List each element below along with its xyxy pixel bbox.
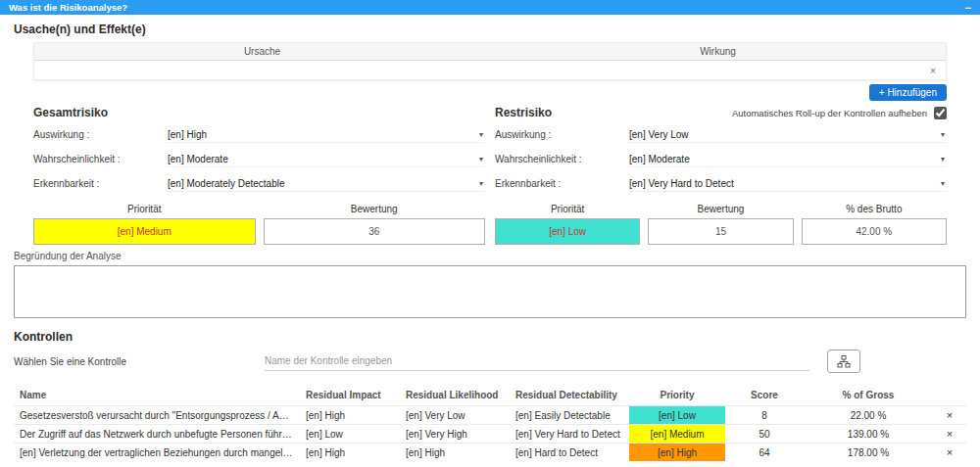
control-priority-badge: [en] Low <box>629 406 725 425</box>
chevron-down-icon: ▾ <box>479 155 483 163</box>
residual-impact-value: [en] Very Low <box>629 129 689 140</box>
remove-control-icon[interactable]: × <box>933 406 966 425</box>
justification-textarea[interactable] <box>14 265 966 318</box>
control-detectability: [en] Easily Detectable <box>510 406 629 425</box>
residual-percent-box: 42.00 % <box>802 218 947 245</box>
table-row: [en] Verletzung der vertraglichen Bezieh… <box>14 444 966 462</box>
control-score: 8 <box>725 406 804 425</box>
col-residual-detectability: Residual Detectability <box>510 385 629 406</box>
col-name: Name <box>14 385 300 406</box>
table-row: Der Zugriff auf das Netzwerk durch unbef… <box>14 425 966 444</box>
control-name: Gesetzesverstoß verursacht durch "Entsor… <box>14 406 300 425</box>
residual-percent-header: % des Brutto <box>802 204 947 214</box>
hierarchy-icon <box>837 355 851 368</box>
residual-likelihood-label: Wahrscheinlichkeit : <box>495 154 627 164</box>
gross-likelihood-value: [en] Moderate <box>168 154 228 164</box>
col-residual-likelihood: Residual Likelihood <box>400 385 510 406</box>
cause-effect-heading: Usache(n) und Effekt(e) <box>14 23 966 36</box>
control-picker-label: Wählen Sie eine Kontrolle <box>14 356 265 367</box>
chevron-down-icon: ▾ <box>479 179 483 188</box>
control-priority-badge: [en] High <box>629 444 725 462</box>
residual-score-header: Bewertung <box>648 204 793 214</box>
control-likelihood: [en] High <box>400 444 510 462</box>
justification-label: Begründung der Analyse <box>14 251 966 261</box>
col-priority: Priority <box>629 385 725 406</box>
remove-control-icon[interactable]: × <box>933 444 966 462</box>
gross-likelihood-select[interactable]: [en] Moderate ▾ <box>166 152 485 167</box>
control-impact: [en] High <box>300 406 400 425</box>
gross-impact-value: [en] High <box>168 129 207 140</box>
gross-impact-select[interactable]: [en] High ▾ <box>166 127 485 143</box>
window-titlebar: Was ist die Risikoanalyse? − <box>0 0 980 15</box>
control-percent: 22.00 % <box>804 406 933 425</box>
control-impact: [en] High <box>300 444 400 462</box>
control-detectability: [en] Very Hard to Detect <box>510 425 629 444</box>
residual-detectability-select[interactable]: [en] Very Hard to Detect ▾ <box>627 176 947 192</box>
gross-likelihood-label: Wahrscheinlichkeit : <box>33 154 166 164</box>
col-actions <box>933 385 966 406</box>
residual-impact-label: Auswirkung : <box>495 129 627 140</box>
chevron-down-icon: ▾ <box>479 130 483 139</box>
cause-effect-header-row: Ursache Wirkung <box>34 43 946 61</box>
col-score: Score <box>725 385 804 406</box>
chevron-down-icon: ▾ <box>941 179 945 188</box>
control-name: [en] Verletzung der vertraglichen Bezieh… <box>14 444 300 462</box>
gross-priority-box: [en] Medium <box>33 218 256 245</box>
residual-priority-header: Priorität <box>495 204 640 214</box>
remove-row-icon[interactable]: × <box>920 65 946 76</box>
residual-likelihood-select[interactable]: [en] Moderate ▾ <box>627 152 947 167</box>
residual-detectability-label: Erkennbarkeit : <box>495 178 627 189</box>
effect-input[interactable] <box>477 61 920 79</box>
chevron-down-icon: ▾ <box>941 155 945 163</box>
control-likelihood: [en] Very Low <box>400 406 510 425</box>
cause-column-header: Ursache <box>34 43 490 60</box>
gross-score-header: Bewertung <box>264 204 486 214</box>
controls-table: Name Residual Impact Residual Likelihood… <box>14 385 966 461</box>
cause-effect-table: Ursache Wirkung × <box>33 42 947 80</box>
gross-detectability-label: Erkennbarkeit : <box>33 178 166 189</box>
residual-detectability-value: [en] Very Hard to Detect <box>629 178 734 189</box>
gross-detectability-value: [en] Moderately Detectable <box>168 178 285 189</box>
residual-risk-panel: Restrisiko Automatisches Roll-up der Kon… <box>495 103 947 245</box>
residual-priority-box: [en] Low <box>495 218 640 245</box>
control-name: Der Zugriff auf das Netzwerk durch unbef… <box>14 425 300 444</box>
residual-impact-select[interactable]: [en] Very Low ▾ <box>627 127 947 143</box>
control-likelihood: [en] Very High <box>400 425 510 444</box>
table-row: Gesetzesverstoß verursacht durch "Entsor… <box>14 406 966 425</box>
control-percent: 139.00 % <box>804 425 933 444</box>
minimize-icon[interactable]: − <box>965 2 971 14</box>
control-detectability: [en] Hard to Detect <box>510 444 629 462</box>
cause-effect-row: × <box>34 61 946 79</box>
control-search-input[interactable] <box>265 351 809 371</box>
control-score: 50 <box>725 425 804 444</box>
effect-column-header: Wirkung <box>490 43 946 60</box>
control-priority-badge: [en] Medium <box>629 425 725 444</box>
add-button[interactable]: + Hinzufügen <box>869 84 947 101</box>
controls-heading: Kontrollen <box>14 330 966 344</box>
control-score: 64 <box>725 444 804 462</box>
gross-risk-panel: Gesamtrisiko Auswirkung : [en] High ▾ Wa… <box>33 103 485 245</box>
hierarchy-button[interactable] <box>827 350 860 373</box>
col-residual-impact: Residual Impact <box>300 385 400 406</box>
rollup-label: Automatisches Roll-up der Kontrollen auf… <box>732 108 927 118</box>
cause-input[interactable] <box>34 61 477 79</box>
residual-risk-title: Restrisiko <box>495 106 552 119</box>
gross-risk-title: Gesamtrisiko <box>33 106 108 119</box>
residual-score-box: 15 <box>648 218 793 245</box>
control-impact: [en] Low <box>300 425 400 444</box>
gross-impact-label: Auswirkung : <box>33 129 166 140</box>
gross-priority-header: Priorität <box>33 204 256 214</box>
residual-likelihood-value: [en] Moderate <box>629 154 690 164</box>
rollup-checkbox[interactable] <box>934 107 947 119</box>
window-title: Was ist die Risikoanalyse? <box>9 2 127 13</box>
controls-header-row: Name Residual Impact Residual Likelihood… <box>14 385 966 406</box>
chevron-down-icon: ▾ <box>941 130 945 139</box>
remove-control-icon[interactable]: × <box>933 425 966 444</box>
control-percent: 178.00 % <box>804 444 933 462</box>
gross-score-box: 36 <box>264 218 486 245</box>
col-percent-gross: % of Gross <box>804 385 933 406</box>
gross-detectability-select[interactable]: [en] Moderately Detectable ▾ <box>166 176 485 192</box>
